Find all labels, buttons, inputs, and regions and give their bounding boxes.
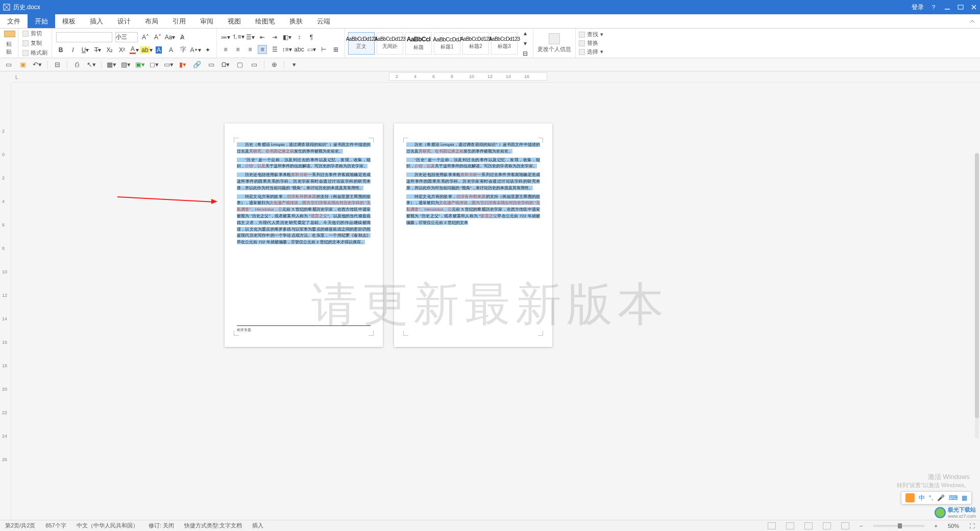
vertical-ruler[interactable]: 202468101214161820222426 bbox=[0, 83, 11, 520]
open-icon[interactable]: ▣ bbox=[18, 60, 28, 69]
menu-insert[interactable]: 插入 bbox=[83, 14, 110, 28]
menu-review[interactable]: 审阅 bbox=[193, 14, 220, 28]
align-center-button[interactable]: ≡ bbox=[233, 45, 242, 54]
zoom-slider[interactable] bbox=[873, 525, 924, 527]
grow-font-button[interactable]: A˄ bbox=[141, 33, 150, 42]
distribute-button[interactable]: ☰ bbox=[270, 45, 279, 54]
inc-indent-button[interactable]: ⇥ bbox=[270, 33, 279, 42]
italic-button[interactable]: I bbox=[68, 45, 78, 55]
textbox-icon[interactable]: ▭▾ bbox=[164, 60, 173, 69]
dec-indent-button[interactable]: ⇤ bbox=[258, 33, 267, 42]
page-2[interactable]: 历史（希腊语 ἱστορία，通过调查获得的知识" ）是书面文件中描述的过去及其… bbox=[394, 123, 552, 347]
shrink-font-button[interactable]: A˅ bbox=[153, 33, 162, 42]
maximize-icon[interactable] bbox=[958, 4, 964, 10]
zoom-in-icon[interactable]: + bbox=[935, 523, 938, 529]
cursor-icon[interactable]: ↖▾ bbox=[87, 60, 96, 69]
char-shading-button[interactable]: A bbox=[154, 45, 163, 55]
underline-button[interactable]: U▾ bbox=[81, 45, 90, 55]
view-read-icon[interactable] bbox=[768, 522, 776, 529]
shapes-icon[interactable]: ◻▾ bbox=[150, 60, 159, 69]
style-scroll-down-icon[interactable]: ▾ bbox=[521, 39, 530, 48]
ime-lang[interactable]: 中 bbox=[919, 494, 925, 502]
menu-skin[interactable]: 换肤 bbox=[282, 14, 310, 28]
format-painter-button[interactable]: 格式刷 bbox=[22, 49, 47, 57]
align-left-button[interactable]: ≡ bbox=[221, 45, 230, 54]
style-scroll-up-icon[interactable]: ▴ bbox=[521, 29, 530, 38]
picture-icon[interactable]: ▧▾ bbox=[121, 60, 130, 69]
text-effects-button[interactable]: ✦ bbox=[203, 45, 212, 55]
find-button[interactable]: 查找▾ bbox=[579, 31, 603, 38]
copy-button[interactable]: 复制 bbox=[22, 39, 47, 47]
ime-punct-icon[interactable]: °, bbox=[929, 494, 933, 501]
login-link[interactable]: 登录 bbox=[912, 3, 924, 12]
menu-layout[interactable]: 布局 bbox=[138, 14, 165, 28]
menu-design[interactable]: 设计 bbox=[110, 14, 138, 28]
menu-cloud[interactable]: 云端 bbox=[310, 14, 337, 28]
page-1[interactable]: 历史（希腊语 ἱστορία，通过调查获得的知识" ）是书面文件中描述的过去及其… bbox=[225, 123, 383, 347]
view-print-icon[interactable] bbox=[786, 522, 794, 529]
font-color-button[interactable]: A▾ bbox=[130, 45, 139, 55]
clear-format-button[interactable]: A̷ bbox=[178, 33, 187, 42]
style-h3[interactable]: AaBbCcDd123标题3 bbox=[491, 32, 518, 55]
symbol-icon[interactable]: Ω▾ bbox=[221, 60, 230, 69]
borders-button[interactable]: ▭▾ bbox=[307, 45, 316, 54]
phonetic-button[interactable]: A bbox=[166, 45, 176, 55]
header-icon[interactable]: ▭ bbox=[207, 60, 216, 69]
menu-file[interactable]: 文件 bbox=[0, 14, 28, 28]
menu-template[interactable]: 模板 bbox=[55, 14, 83, 28]
view-draft-icon[interactable] bbox=[841, 522, 849, 529]
replace-button[interactable]: 替换 bbox=[579, 39, 603, 47]
table-icon[interactable]: ▦▾ bbox=[107, 60, 116, 69]
save-icon[interactable]: ⊟ bbox=[53, 60, 62, 69]
change-case-button[interactable]: Aa▾ bbox=[165, 33, 175, 42]
strike-button[interactable]: T̶▾ bbox=[93, 45, 102, 55]
status-lang[interactable]: 中文（中华人民共和国） bbox=[77, 522, 138, 529]
tabstop-button[interactable]: ⊢ bbox=[319, 45, 328, 54]
undo-icon[interactable]: ↶▾ bbox=[33, 60, 42, 69]
shading-button[interactable]: ◧▾ bbox=[282, 33, 291, 42]
paste-button[interactable]: 粘贴 bbox=[0, 29, 18, 58]
horizontal-ruler[interactable]: L 246810121416 bbox=[11, 71, 980, 83]
sort-button[interactable]: ↕ bbox=[295, 33, 304, 42]
style-h2[interactable]: AaBbCcDd123标题2 bbox=[462, 32, 489, 55]
char-scale-button[interactable]: abc bbox=[295, 45, 304, 54]
zoom-out-icon[interactable]: − bbox=[860, 523, 863, 529]
cut-button[interactable]: 剪切 bbox=[22, 30, 47, 37]
menu-view[interactable]: 视图 bbox=[220, 14, 248, 28]
help-icon[interactable]: ? bbox=[931, 4, 937, 10]
enclose-button[interactable]: A‣▾ bbox=[191, 45, 200, 55]
ime-menu-icon[interactable]: ▦ bbox=[962, 494, 967, 501]
view-outline-icon[interactable] bbox=[823, 522, 831, 529]
highlight-button[interactable]: ab▾ bbox=[142, 45, 151, 55]
style-title[interactable]: AaBbCcI标题 bbox=[405, 32, 432, 55]
menu-reference[interactable]: 引用 bbox=[165, 14, 193, 28]
vertical-scrollbar[interactable] bbox=[975, 153, 979, 439]
change-info-button[interactable]: 更改个人信息 bbox=[533, 29, 576, 58]
select-button[interactable]: 选择▾ bbox=[579, 48, 603, 56]
style-expand-icon[interactable]: ⊟ bbox=[521, 49, 530, 58]
style-h1[interactable]: AaBbCcDdJ标题1 bbox=[434, 32, 460, 55]
comment-icon[interactable]: ▭ bbox=[250, 60, 259, 69]
screenshot-icon[interactable]: ▣▾ bbox=[135, 60, 144, 69]
status-pages[interactable]: 第2页/共2页 bbox=[5, 522, 35, 529]
view-web-icon[interactable] bbox=[804, 522, 813, 529]
show-marks-button[interactable]: ¶ bbox=[307, 33, 316, 42]
scrollbar-thumb[interactable] bbox=[975, 153, 979, 418]
status-mode[interactable]: 插入 bbox=[252, 522, 263, 529]
char-border-button[interactable]: 字 bbox=[179, 45, 188, 55]
superscript-button[interactable]: X² bbox=[117, 45, 127, 55]
multilevel-button[interactable]: ☰▾ bbox=[246, 33, 255, 42]
ime-voice-icon[interactable]: 🎤 bbox=[937, 494, 945, 501]
style-nospacing[interactable]: AaBbCcDd123无间距 bbox=[377, 32, 403, 55]
line-spacing-button[interactable]: ↕≡▾ bbox=[282, 45, 291, 54]
zoom-percent[interactable]: 50% bbox=[948, 523, 959, 529]
object-icon[interactable]: ▢ bbox=[235, 60, 244, 69]
align-right-button[interactable]: ≡ bbox=[246, 45, 255, 54]
close-icon[interactable] bbox=[971, 4, 977, 10]
collapse-ribbon-icon[interactable] bbox=[965, 14, 980, 28]
status-track[interactable]: 修订: 关闭 bbox=[149, 522, 174, 529]
ime-toolbar[interactable]: 中 °, 🎤 ⌨ ▦ bbox=[901, 491, 972, 504]
style-normal[interactable]: AaBbCcDd123正文 bbox=[348, 32, 375, 55]
ime-keyboard-icon[interactable]: ⌨ bbox=[949, 494, 958, 501]
more-icon[interactable]: ⊕ bbox=[270, 60, 279, 69]
